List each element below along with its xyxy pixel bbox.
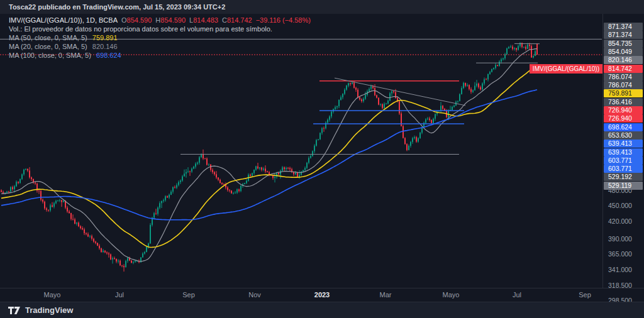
ma100-label: MA (100, close, 0, SMA, 5): [9, 52, 91, 59]
time-label: Sep: [182, 291, 195, 299]
level-price-label: 854.049: [604, 48, 643, 56]
level-price-label: 854.735: [604, 40, 643, 48]
level-price-label: 726.940: [604, 114, 643, 123]
volume-note: Vol.: El proveedor de datos no proporcio…: [9, 25, 311, 33]
ma20-label: MA (20, close, 0, SMA, 5): [9, 43, 87, 50]
price-tick: 318.500: [608, 282, 632, 289]
tradingview-logo-icon[interactable]: [8, 305, 21, 315]
price-tick: 450.000: [608, 202, 632, 209]
price-tick: 420.000: [608, 217, 632, 225]
price-tick: 365.000: [608, 250, 632, 258]
level-price-label: 529.119: [604, 182, 643, 190]
time-axis[interactable]: MayoJulSepNov2023MarMayoJulSep: [0, 288, 644, 302]
level-price-label: 786.074: [604, 81, 643, 89]
ma50-row[interactable]: MA (50, close, 0, SMA, 5) 759.891: [9, 33, 311, 42]
ma20-row[interactable]: MA (20, close, 0, SMA, 5) 820.146: [9, 42, 311, 51]
time-label: Nov: [248, 291, 261, 299]
ma100-value: 698.624: [96, 52, 121, 59]
price-tick: 341.000: [608, 266, 632, 273]
time-label: 2023: [314, 291, 330, 299]
level-price-label: 786.074: [604, 73, 643, 81]
ma50-value: 759.891: [92, 34, 118, 41]
symbol-title: IMV/(GGAL/(GGAL/10)), 1D, BCBA: [9, 16, 118, 24]
ohlc-values: O854.590H854.590L814.483C814.742: [118, 16, 252, 24]
level-price-label: 603.771: [604, 165, 643, 173]
level-price-label: 726.940: [604, 106, 643, 114]
level-price-label: 871.374: [604, 23, 643, 31]
level-price-label: 871.374: [604, 31, 643, 39]
price-tick: 390.000: [608, 235, 632, 243]
attribution-bar: Tosca22 publicado en TradingView.com, Ju…: [0, 0, 644, 14]
time-label: Mar: [380, 291, 392, 299]
symbol-row[interactable]: IMV/(GGAL/(GGAL/10)), 1D, BCBAO854.590H8…: [9, 16, 311, 25]
attribution-text: Tosca22 publicado en TradingView.com, Ju…: [9, 3, 225, 11]
level-price-label: 759.891: [604, 89, 643, 97]
level-price-label: 653.630: [604, 131, 643, 140]
ma50-label: MA (50, close, 0, SMA, 5): [9, 34, 87, 41]
tradingview-snapshot: Tosca22 publicado en TradingView.com, Ju…: [0, 0, 644, 318]
ma20-value: 820.146: [92, 43, 118, 50]
time-label: Mayo: [44, 291, 61, 299]
level-price-label: 529.192: [604, 173, 643, 181]
change-value: −39.116 (−4.58%): [256, 16, 311, 24]
level-price-label: 639.413: [604, 140, 643, 148]
time-label: Jul: [115, 291, 124, 299]
brand-name[interactable]: TradingView: [25, 305, 73, 315]
level-price-label: 603.771: [604, 156, 643, 165]
price-axis[interactable]: 480.000450.000420.000390.000365.000341.0…: [602, 14, 644, 288]
level-price-label: 820.146: [604, 56, 643, 64]
time-label: Jul: [513, 291, 521, 299]
level-price-label: 698.624: [604, 123, 643, 131]
chart-legend: IMV/(GGAL/(GGAL/10)), 1D, BCBAO854.590H8…: [9, 16, 311, 60]
level-price-label: 736.416: [604, 98, 643, 106]
ma100-row[interactable]: MA (100, close, 0, SMA, 5) 698.624: [9, 51, 311, 60]
footer-bar: TradingView: [0, 302, 644, 318]
level-price-label: 639.413: [604, 148, 643, 156]
series-price-flag: IMV/(GGAL/(GGAL/10)): [530, 64, 602, 74]
chart-area[interactable]: IMV/(GGAL/(GGAL/10)), 1D, BCBAO854.590H8…: [0, 14, 644, 302]
time-label: Sep: [579, 291, 591, 299]
time-label: Mayo: [443, 291, 460, 299]
current-price-label: 814.742: [604, 65, 643, 73]
